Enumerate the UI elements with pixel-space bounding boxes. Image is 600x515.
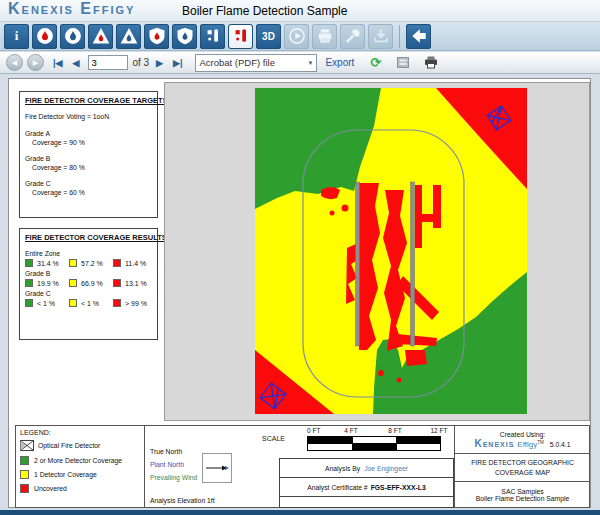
scale-label: SCALE bbox=[262, 435, 285, 442]
legend-item: 1 Detector Coverage bbox=[20, 470, 140, 479]
3d-view-button[interactable]: 3D bbox=[256, 24, 281, 49]
page-setup-icon[interactable] bbox=[396, 56, 410, 69]
yellow-value: 66.9 % bbox=[81, 280, 103, 287]
play-icon bbox=[287, 26, 307, 46]
version-number: 5.0.4.1 bbox=[550, 441, 571, 448]
window-bottom-edge bbox=[0, 510, 600, 515]
page-number-input[interactable] bbox=[88, 55, 128, 70]
certificate-number: FGS-EFF-XXX-L3 bbox=[371, 484, 426, 491]
document-name: FIRE DETECTOR GEOGRAPHIC COVERAGE MAP bbox=[467, 458, 579, 476]
print-report-button[interactable] bbox=[312, 24, 337, 49]
results-row-label: Entire Zone bbox=[25, 250, 152, 257]
analysis-elevation-label: Analysis Elevation 1ft bbox=[150, 497, 215, 504]
green-chip bbox=[25, 299, 33, 307]
green-value: 19.9 % bbox=[37, 280, 59, 287]
north-arrow-icon bbox=[203, 454, 231, 482]
red-chip bbox=[113, 259, 121, 267]
created-using-row: Created Using: KenexisEffigyTM5.0.4.1 bbox=[455, 426, 590, 454]
settings-button[interactable] bbox=[340, 24, 365, 49]
targets-title: FIRE DETECTOR COVERAGE TARGETS: bbox=[25, 96, 152, 105]
fire-zone-round-red-button[interactable] bbox=[32, 24, 57, 49]
legend-item: Uncovered bbox=[20, 484, 140, 493]
wrench-icon bbox=[343, 26, 363, 46]
first-page-button[interactable]: |◀ bbox=[53, 58, 62, 68]
toolbar-separator bbox=[399, 25, 400, 48]
fire-zone-shield-blue-button[interactable] bbox=[172, 24, 197, 49]
analysis-by-row: Analysis By Joe Engingeer bbox=[280, 459, 453, 478]
yellow-chip bbox=[69, 259, 77, 267]
results-row-label: Grade C bbox=[25, 290, 152, 297]
legend-label: 2 or More Detector Coverage bbox=[34, 457, 122, 464]
grade-c-coverage: Coverage = 60 % bbox=[32, 189, 152, 196]
green-value: < 1 % bbox=[37, 300, 55, 307]
red-value: > 99 % bbox=[125, 300, 147, 307]
green-chip bbox=[25, 279, 33, 287]
export-link[interactable]: Export bbox=[325, 57, 354, 68]
red-chip bbox=[20, 484, 29, 493]
fire-zone-triangle-blue-button[interactable] bbox=[116, 24, 141, 49]
download-button[interactable] bbox=[368, 24, 393, 49]
main-toolbar: i 3D bbox=[0, 22, 600, 51]
legend-label: Uncovered bbox=[34, 485, 67, 492]
coverage-targets-box: FIRE DETECTOR COVERAGE TARGETS: Fire Det… bbox=[19, 91, 158, 218]
legend-item: 2 or More Detector Coverage bbox=[20, 456, 140, 465]
last-page-button[interactable]: ▶| bbox=[173, 58, 182, 68]
info-button[interactable]: i bbox=[4, 24, 29, 49]
next-page-button[interactable]: ▶ bbox=[156, 58, 163, 68]
yellow-chip bbox=[20, 470, 29, 479]
plant-north-label: Plant North bbox=[150, 461, 184, 468]
history-forward-button[interactable]: ▶ bbox=[27, 54, 44, 71]
legend-item: Optical Fire Detector bbox=[20, 440, 140, 451]
grade-a-label: Grade A bbox=[25, 130, 152, 137]
certificate-label: Analyst Certificate # bbox=[307, 484, 367, 491]
analyst-certificate-row: Analyst Certificate # FGS-EFF-XXX-L3 bbox=[280, 478, 453, 497]
red-value: 11.4 % bbox=[125, 260, 146, 267]
product-brand-line: KenexisEffigyTM5.0.4.1 bbox=[474, 438, 570, 449]
export-format-select[interactable]: Acrobat (PDF) file ▼ bbox=[195, 54, 317, 72]
kenexis-mini-logo: Kenexis bbox=[474, 438, 514, 449]
prevailing-wind-label: Prevailing Wind bbox=[150, 474, 197, 481]
red-chip bbox=[113, 299, 121, 307]
document-name-row: FIRE DETECTOR GEOGRAPHIC COVERAGE MAP bbox=[455, 454, 590, 482]
fire-zone-triangle-red-button[interactable] bbox=[88, 24, 113, 49]
grade-c-label: Grade C bbox=[25, 180, 152, 187]
info-icon: i bbox=[15, 28, 19, 44]
grade-b-coverage: Coverage = 80 % bbox=[32, 164, 152, 171]
back-button[interactable] bbox=[406, 24, 431, 49]
voting-text: Fire Detector Voting = 1ooN bbox=[25, 113, 152, 120]
history-back-button[interactable]: ◀ bbox=[6, 54, 23, 71]
results-row: 19.9 % 66.9 % 13.1 % bbox=[25, 279, 152, 287]
print-icon[interactable] bbox=[424, 56, 438, 69]
scale-tick: 8 FT bbox=[388, 427, 401, 434]
previous-page-button[interactable]: ◀ bbox=[72, 58, 79, 68]
document-title: Boiler Flame Detection Sample bbox=[182, 4, 347, 18]
run-button[interactable] bbox=[284, 24, 309, 49]
analyst-name: Joe Engingeer bbox=[364, 465, 408, 472]
effigy-label: Effigy bbox=[517, 440, 537, 449]
project-group: SAC Samples bbox=[501, 488, 543, 495]
drawing-title-block: LEGEND: Optical Fire Detector 2 or More … bbox=[15, 425, 590, 508]
coverage-results-box: FIRE DETECTOR COVERAGE RESULTS: Entire Z… bbox=[19, 228, 158, 340]
detector-panel-alarm-icon bbox=[231, 26, 251, 46]
true-north-label: True North bbox=[150, 448, 182, 455]
project-row: SAC Samples Boiler Flame Detection Sampl… bbox=[455, 482, 590, 507]
fire-zone-shield-red-button[interactable] bbox=[144, 24, 169, 49]
refresh-icon[interactable]: ⟳ bbox=[370, 55, 381, 70]
yellow-chip bbox=[69, 279, 77, 287]
back-circle-icon: ◀ bbox=[12, 59, 17, 67]
report-viewer-toolbar: ◀ ▶ |◀ ◀ of 3 ▶ ▶| Acrobat (PDF) file ▼ … bbox=[0, 52, 600, 74]
red-chip bbox=[113, 279, 121, 287]
trademark-label: TM bbox=[537, 439, 544, 444]
fire-zone-round-blue-button[interactable] bbox=[60, 24, 85, 49]
report-page: FIRE DETECTOR COVERAGE TARGETS: Fire Det… bbox=[8, 78, 591, 508]
export-format-value: Acrobat (PDF) file bbox=[199, 57, 275, 68]
detector-panel-alarm-button[interactable] bbox=[228, 24, 253, 49]
yellow-value: 57.2 % bbox=[81, 260, 103, 267]
scale-tick: 12 FT bbox=[431, 427, 448, 434]
chevron-down-icon: ▼ bbox=[307, 60, 313, 66]
detector-panel-button[interactable] bbox=[200, 24, 225, 49]
flame-triangle-red-icon bbox=[91, 26, 111, 46]
north-arrow-box bbox=[202, 453, 232, 483]
back-arrow-icon bbox=[409, 26, 429, 46]
download-icon bbox=[371, 26, 391, 46]
